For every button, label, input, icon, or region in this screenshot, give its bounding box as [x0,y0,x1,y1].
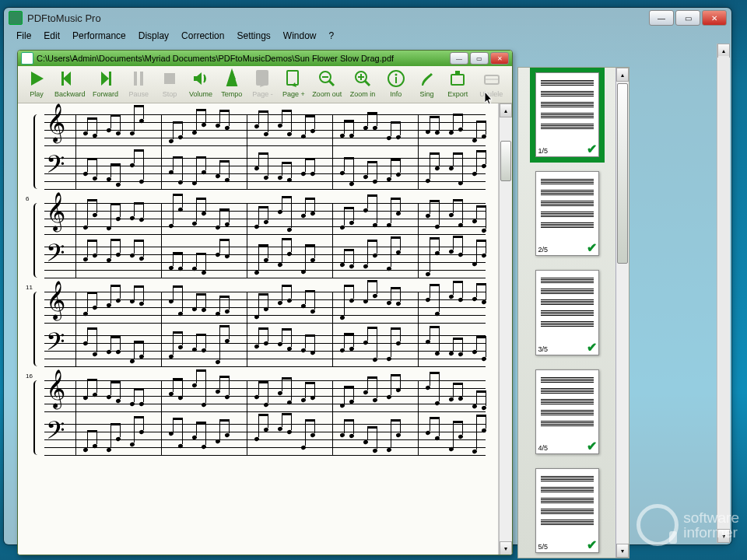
doc-minimize-button[interactable]: — [450,52,468,65]
music-system: 𝄞 𝄢 16 [44,380,486,455]
pause-button: Pause [123,68,154,102]
backward-label: Backward [54,90,86,100]
svg-rect-0 [61,72,64,86]
close-button[interactable]: ✕ [702,10,727,26]
zoomout-label: Zoom out [312,90,342,100]
menu-file[interactable]: File [10,30,37,41]
play-button[interactable]: Play [21,68,52,102]
svg-rect-2 [134,72,137,86]
window-controls: — ▭ ✕ [647,10,727,26]
export-button[interactable]: Export [442,68,473,102]
menu-performance[interactable]: Performance [66,30,132,41]
stop-button: Stop [154,68,185,102]
svg-rect-17 [395,77,397,83]
menu-window[interactable]: Window [277,30,323,41]
pause-icon [128,68,149,89]
volume-button[interactable]: Volume [185,68,216,102]
ukulele-icon [480,68,502,89]
zoomin-icon [352,68,374,89]
score-view[interactable]: 𝄞 𝄢 [18,103,499,555]
menu-help[interactable]: ? [323,30,341,41]
thumb-page-label: 3/5 [538,345,549,353]
info-label: Info [390,90,402,100]
menu-display[interactable]: Display [132,30,175,41]
thumbs-scroll-up-icon[interactable]: ▴ [616,68,629,82]
sing-label: Sing [420,90,434,100]
svg-rect-6 [257,71,268,85]
thumb-page-label: 4/5 [538,444,549,452]
outer-scrollbar[interactable]: ▴ ▾ [717,44,730,543]
doc-maximize-button[interactable]: ▭ [470,52,489,65]
page--button: Page - [247,68,279,102]
thumb-page-label: 5/5 [538,543,549,551]
volume-label: Volume [189,90,212,100]
score-scroll-track[interactable] [500,117,512,541]
minimize-button[interactable]: — [649,10,674,26]
thumbs-scroll-thumb[interactable] [617,83,628,264]
page-thumbnail[interactable]: 3/5✔ [535,270,599,355]
checkmark-icon: ✔ [587,240,597,255]
checkmark-icon: ✔ [587,537,597,552]
zoomout-button[interactable]: Zoom out [309,68,345,102]
score-area: 𝄞 𝄢 [18,103,512,555]
svg-rect-1 [109,72,111,86]
ukulele-label: Ukulele [479,90,503,100]
watermark-text: software informer [683,510,739,540]
score-scrollbar[interactable]: ▴ ▾ [499,103,512,555]
tempo-icon [221,68,243,89]
play-label: Play [30,90,44,100]
score-scroll-up-icon[interactable]: ▴ [500,103,512,117]
outer-scroll-track[interactable] [718,56,729,530]
backward-button[interactable]: Backward [52,68,88,102]
app-titlebar[interactable]: PDFtoMusic Pro — ▭ ✕ [4,8,731,28]
play-icon [26,68,47,89]
svg-point-16 [395,73,397,75]
doc-close-button[interactable]: ✕ [490,52,509,65]
app-title: PDFtoMusic Pro [27,12,101,24]
forward-button[interactable]: Forward [88,68,124,102]
music-system: 𝄞 𝄢 6 [44,203,486,278]
tempo-button[interactable]: Tempo [216,68,247,102]
maximize-button[interactable]: ▭ [675,10,700,26]
svg-line-12 [365,81,370,86]
page-thumbnail[interactable]: 4/5✔ [535,369,599,454]
checkmark-icon: ✔ [587,142,597,156]
zoomin-button[interactable]: Zoom in [345,68,381,102]
app-icon [9,11,23,25]
thumbs-scrollbar[interactable]: ▴ ▾ [615,68,629,558]
page+-icon [282,68,304,89]
score-scroll-thumb[interactable] [500,141,511,181]
thumbs-scroll-down-icon[interactable]: ▾ [616,544,629,558]
menu-bar: File Edit Performance Display Correction… [4,28,731,44]
svg-rect-7 [287,71,298,85]
page-thumbnail[interactable]: 5/5✔ [535,468,599,553]
page--icon [252,68,274,89]
export-label: Export [447,90,468,100]
menu-edit[interactable]: Edit [37,30,66,41]
tempo-label: Tempo [221,90,242,100]
page+-label: Page + [282,90,305,100]
stop-label: Stop [163,90,177,100]
doc-window-controls: — ▭ ✕ [448,52,509,65]
page-thumbnail[interactable]: 1/5✔ [535,72,599,157]
zoomout-icon [316,68,338,89]
info-button[interactable]: Info [381,68,412,102]
svg-line-9 [329,81,334,86]
page-thumbnail[interactable]: 2/5✔ [535,171,599,256]
page+-button[interactable]: Page + [278,68,309,102]
thumbs-scroll-track[interactable] [616,82,629,544]
thumbnails-list: 1/5✔2/5✔3/5✔4/5✔5/5✔ [518,68,615,558]
menu-settings[interactable]: Settings [230,30,276,41]
toolbar: PlayBackwardForwardPauseStopVolumeTempoP… [18,66,512,103]
thumb-page-label: 2/5 [538,246,549,254]
sing-icon [416,68,438,89]
checkmark-icon: ✔ [587,340,597,355]
svg-rect-4 [164,73,175,84]
app-window: PDFtoMusic Pro — ▭ ✕ File Edit Performan… [4,8,731,544]
menu-correction[interactable]: Correction [175,30,230,41]
sing-button[interactable]: Sing [412,68,443,102]
volume-icon [190,68,212,89]
zoomin-label: Zoom in [350,90,376,100]
document-titlebar[interactable]: C:\Users\Admin\Documents\Myriad Document… [18,51,512,66]
score-scroll-down-icon[interactable]: ▾ [500,541,512,555]
